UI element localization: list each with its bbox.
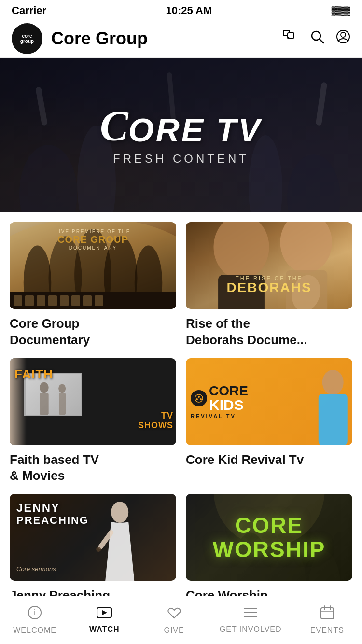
time-text: 10:25 AM	[166, 4, 212, 17]
status-bar: Carrier 10:25 AM ▓▓▓	[0, 0, 362, 19]
tab-watch[interactable]: WATCH	[80, 606, 128, 634]
app-title: Core Group	[51, 28, 283, 49]
svg-rect-11	[35, 87, 48, 126]
card-3-tv-shows-text: TVSHOWS	[138, 411, 173, 431]
card-4-thumbnail: core KIDS REVIVAL TV	[186, 358, 352, 445]
card-4-logo: core KIDS REVIVAL TV	[191, 384, 248, 419]
card-5-sermons: Core sermons	[16, 564, 56, 573]
card-4-core-text: core	[209, 384, 248, 398]
tab-events[interactable]: EVENTS	[303, 605, 351, 635]
card-core-kids[interactable]: core KIDS REVIVAL TV Core Kid Revival Tv	[186, 358, 352, 485]
card-2-deborahs-text: DEBORAHS	[186, 281, 352, 294]
svg-rect-26	[40, 393, 49, 415]
svg-point-20	[214, 222, 269, 280]
chat-icon[interactable]	[283, 30, 298, 47]
app-header: coregroup Core Group	[0, 19, 362, 58]
svg-point-6	[341, 32, 346, 37]
tab-bar: i WELCOME WATCH GIVE	[0, 596, 362, 644]
card-1-documentary-text: DOCUMENTARY	[10, 245, 176, 251]
content-grid: LIVE PREMIERE OF THE CORE GROUP DOCUMENT…	[10, 222, 352, 604]
tab-watch-label: WATCH	[89, 625, 119, 634]
card-3-faith-text: FAITH	[14, 367, 53, 382]
svg-point-31	[195, 394, 203, 402]
card-4-revival-text: REVIVAL TV	[191, 413, 248, 419]
card-6-background: COREWORSHIP	[186, 494, 352, 581]
carrier-text: Carrier	[12, 4, 46, 17]
svg-point-35	[111, 502, 128, 523]
tab-give-label: GIVE	[164, 626, 184, 635]
tab-welcome-label: WELCOME	[13, 626, 56, 635]
card-core-group-documentary[interactable]: LIVE PREMIERE OF THE CORE GROUP DOCUMENT…	[10, 222, 176, 349]
search-icon[interactable]	[310, 29, 324, 47]
card-4-label: Core Kid Revival Tv	[186, 452, 352, 468]
svg-point-29	[322, 370, 344, 395]
card-faith-tv[interactable]: FAITH TVSHOWS Faith based TV & Movies	[10, 358, 176, 485]
card-5-background: JENNY PREACHING Core sermons	[10, 494, 176, 581]
svg-point-27	[58, 384, 66, 393]
card-3-background: FAITH TVSHOWS	[10, 358, 176, 445]
svg-rect-12	[316, 82, 327, 126]
card-1-live-text: LIVE PREMIERE OF THE	[10, 229, 176, 234]
svg-point-25	[40, 382, 49, 392]
svg-point-7	[19, 145, 77, 212]
card-1-label: Core Group Documentary	[10, 316, 176, 349]
card-1-thumbnail: LIVE PREMIERE OF THE CORE GROUP DOCUMENT…	[10, 222, 176, 309]
card-5-thumbnail: JENNY PREACHING Core sermons	[10, 494, 176, 581]
hero-content: C ORE TV FRESH CONTENT	[100, 105, 262, 166]
svg-point-34	[200, 398, 202, 400]
hero-subtitle: FRESH CONTENT	[100, 152, 262, 166]
tab-welcome[interactable]: i WELCOME	[11, 605, 59, 635]
tab-events-label: EVENTS	[310, 626, 344, 635]
card-core-worship[interactable]: COREWORSHIP Core Worship	[186, 494, 352, 604]
watch-icon	[97, 606, 112, 622]
svg-line-4	[320, 39, 323, 43]
get-involved-icon	[243, 606, 258, 622]
card-2-label: Rise of the Deborahs Docume...	[186, 316, 352, 349]
welcome-icon: i	[28, 605, 42, 623]
tab-give[interactable]: GIVE	[150, 605, 198, 635]
tab-get-involved[interactable]: GET INVOLVED	[220, 606, 282, 634]
card-2-title: THE RISE OF THE DEBORAHS	[186, 275, 352, 294]
card-4-kids-text: KIDS	[209, 398, 248, 412]
card-2-thumbnail: THE RISE OF THE DEBORAHS	[186, 222, 352, 309]
header-actions	[283, 29, 350, 47]
card-6-worship-text: COREWORSHIP	[213, 513, 326, 562]
svg-marker-46	[102, 610, 107, 615]
svg-rect-28	[59, 393, 66, 415]
card-rise-of-deborahs[interactable]: THE RISE OF THE DEBORAHS Rise of the Deb…	[186, 222, 352, 349]
give-icon	[167, 605, 182, 623]
card-jenny-preaching[interactable]: JENNY PREACHING Core sermons Jenny Preac…	[10, 494, 176, 604]
svg-rect-51	[321, 608, 334, 619]
hero-title-text: ORE TV	[128, 113, 262, 147]
card-1-core-group-text: CORE GROUP	[10, 234, 176, 245]
card-1-background: LIVE PREMIERE OF THE CORE GROUP DOCUMENT…	[10, 222, 176, 309]
card-2-background: THE RISE OF THE DEBORAHS	[186, 222, 352, 309]
hero-banner: C ORE TV FRESH CONTENT	[0, 58, 362, 212]
hero-logo: C ORE TV	[100, 105, 262, 147]
card-6-thumbnail: COREWORSHIP	[186, 494, 352, 581]
card-3-thumbnail: FAITH TVSHOWS	[10, 358, 176, 445]
app-logo[interactable]: coregroup	[12, 23, 42, 54]
card-1-filmstrip	[10, 292, 176, 309]
profile-icon[interactable]	[336, 29, 350, 47]
card-5-text: JENNY PREACHING	[16, 502, 89, 526]
svg-text:i: i	[34, 608, 36, 616]
tab-get-involved-label: GET INVOLVED	[220, 625, 282, 634]
svg-point-37	[96, 547, 101, 552]
svg-point-22	[280, 222, 332, 273]
card-3-label: Faith based TV & Movies	[10, 452, 176, 485]
card-5-preaching-text: PREACHING	[16, 515, 89, 526]
hero-c-letter: C	[100, 105, 128, 147]
card-4-person	[261, 358, 352, 445]
content-area: LIVE PREMIERE OF THE CORE GROUP DOCUMENT…	[0, 212, 362, 604]
svg-point-32	[198, 396, 200, 398]
card-4-background: core KIDS REVIVAL TV	[186, 358, 352, 445]
svg-point-8	[287, 154, 340, 212]
card-5-jenny-text: JENNY	[16, 502, 89, 514]
events-icon	[320, 605, 334, 623]
svg-rect-30	[319, 394, 348, 445]
battery-icon: ▓▓▓	[332, 6, 350, 16]
svg-point-33	[196, 398, 198, 400]
